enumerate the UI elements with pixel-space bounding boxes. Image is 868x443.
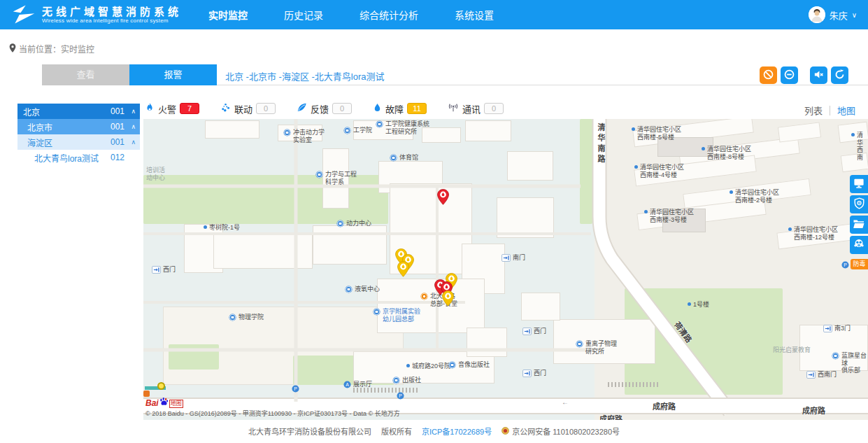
circle-minus-button[interactable] xyxy=(781,66,798,84)
status-count-badge[interactable]: 0 xyxy=(484,103,504,114)
status-label: 通讯 xyxy=(462,102,481,115)
poi-orange-icon xyxy=(420,293,428,302)
tab-alarm[interactable]: 报警 xyxy=(129,64,217,85)
map-poi-icon xyxy=(143,391,150,397)
monitor-icon xyxy=(853,177,865,191)
tab-view[interactable]: 查看 xyxy=(42,64,129,85)
map-label: 工学院 xyxy=(343,127,372,136)
feedback-icon xyxy=(297,102,307,115)
gate-icon xyxy=(806,371,816,381)
map-label-text: 清华园住宅小区 西南楼-5号楼 xyxy=(637,126,681,141)
map-label: 清华园住宅小区 西南楼-5号楼 xyxy=(632,126,681,141)
road-label: 成府路 xyxy=(802,405,825,416)
map-label: 清华园住宅小区 西南楼-2号楼 xyxy=(730,189,779,204)
gasmask-button[interactable] xyxy=(850,236,868,254)
breadcrumb: 当前位置：实时监控 xyxy=(9,43,94,55)
tree-node-count: 012 xyxy=(111,153,124,162)
poi-dot-icon xyxy=(788,227,792,231)
side-tag-gasmask[interactable]: 防毒 xyxy=(851,259,868,269)
map-label-text: 清华园住宅小区 西南楼-2号楼 xyxy=(735,189,779,204)
map-label: P xyxy=(292,385,299,395)
circle-minus-icon xyxy=(783,69,795,83)
footer-icp-link[interactable]: 京ICP备17022689号 xyxy=(422,426,492,437)
status-count-badge[interactable]: 0 xyxy=(332,103,352,114)
flame-icon xyxy=(145,102,155,115)
refresh-button[interactable] xyxy=(831,66,848,84)
folder-button[interactable] xyxy=(850,216,868,234)
status-count-badge[interactable]: 7 xyxy=(180,103,199,114)
poi-icon xyxy=(336,220,344,230)
map-canvas[interactable]: ← → 冲击动力学 实验室工学院工学院健康系统 工程研究所体育馆力学与工程 科学… xyxy=(143,119,868,420)
tree-node-count: 001 xyxy=(111,106,124,116)
map-label-text: 清华园住宅小区 西南楼-4号楼 xyxy=(640,164,684,178)
gate-icon xyxy=(522,328,532,337)
gasmask-icon xyxy=(853,238,865,252)
poi-dot-icon xyxy=(644,210,648,213)
svg-text:P: P xyxy=(294,386,297,391)
police-badge-icon xyxy=(501,427,509,436)
poi-dot-icon xyxy=(688,302,691,306)
map-label: 冲击动力学 实验室 xyxy=(283,129,325,143)
tree-node-label: 北京 xyxy=(23,106,40,118)
map-label: P xyxy=(397,392,404,402)
tree-node-海淀区[interactable]: 海淀区001∧ xyxy=(17,134,140,150)
gate-icon xyxy=(522,370,532,379)
tree-node-label: 北京市 xyxy=(27,121,52,133)
tree-node-北京市[interactable]: 北京市001∧ xyxy=(17,119,140,134)
svg-text:P: P xyxy=(399,393,402,398)
tree-node-label: 海淀区 xyxy=(27,136,52,148)
map-label-text: 力学与工程 科学系 xyxy=(325,171,357,185)
tree-node-北大青鸟lora测试[interactable]: 北大青鸟lora测试012 xyxy=(17,150,140,165)
monitor-button[interactable] xyxy=(850,175,868,193)
map-label: 西门 xyxy=(522,370,546,379)
toggle-list[interactable]: 列表 xyxy=(804,104,823,117)
status-count-badge[interactable]: 11 xyxy=(407,103,427,114)
nav-item-link[interactable]: 综合统计分析 xyxy=(360,8,418,22)
fault-marker[interactable] xyxy=(397,261,409,279)
map-label: 清华 西南 xyxy=(851,132,868,161)
poi-p-icon: P xyxy=(292,385,299,395)
poi-icon xyxy=(315,171,323,181)
ban-button[interactable] xyxy=(760,66,777,84)
baidu-logo[interactable]: Bai 地图 xyxy=(145,397,183,408)
map-label-text: 体育馆 xyxy=(399,154,418,162)
map-label-text: 工学院健康系统 工程研究所 xyxy=(385,120,429,135)
mute-button[interactable] xyxy=(810,66,827,84)
status-item-联动: 联动0 xyxy=(220,102,276,115)
toggle-map[interactable]: 地图 xyxy=(837,104,855,117)
map-label-text: 西门 xyxy=(534,370,546,377)
tree-node-count: 001 xyxy=(111,122,124,132)
map-label-text: 动力中心 xyxy=(346,220,371,227)
nav-item-link[interactable]: 系统设置 xyxy=(455,8,494,22)
chevron-up-icon[interactable]: ∧ xyxy=(124,108,136,115)
poi-icon xyxy=(832,352,839,362)
map-label: A展示厅 xyxy=(343,381,372,391)
map-label-text: 西南门 xyxy=(818,371,837,379)
chevron-up-icon[interactable]: ∧ xyxy=(124,139,136,146)
poi-p-icon: P xyxy=(841,261,849,271)
fault-marker[interactable] xyxy=(442,290,454,309)
tree-node-北京[interactable]: 北京001∧ xyxy=(17,104,140,119)
user-menu[interactable]: 朱庆 ∨ xyxy=(809,0,857,29)
map-label-text: 西门 xyxy=(534,328,546,335)
selected-location-path: 北京 -北京市 -海淀区 -北大青鸟lora测试 xyxy=(225,69,385,83)
map-label: 清华园住宅小区 西南楼-12号楼 xyxy=(788,226,838,241)
status-count-badge[interactable]: 0 xyxy=(256,103,276,114)
road-label: 清华南路 xyxy=(595,123,606,165)
status-item-故障: 故障11 xyxy=(373,102,427,115)
map-label: 南3门 xyxy=(823,325,851,335)
status-label: 联动 xyxy=(234,102,252,115)
map-label-text: 清华园住宅小区 西南楼-12号楼 xyxy=(794,226,838,241)
map-label-text: 展示厅 xyxy=(353,381,372,388)
poi-a-icon: A xyxy=(343,381,351,391)
nav-item-active[interactable]: 实时监控 xyxy=(208,8,248,22)
shield-gear-button[interactable] xyxy=(850,195,868,213)
svg-text:A: A xyxy=(346,382,349,387)
poi-dot-icon xyxy=(634,165,638,169)
toggle-divider xyxy=(830,106,830,115)
nav-item-link[interactable]: 历史记录 xyxy=(284,8,323,22)
map-label: 动力中心 xyxy=(336,220,371,230)
chevron-up-icon[interactable]: ∧ xyxy=(124,123,136,130)
fire-alarm-marker[interactable] xyxy=(437,189,449,207)
gate-icon xyxy=(152,266,161,276)
